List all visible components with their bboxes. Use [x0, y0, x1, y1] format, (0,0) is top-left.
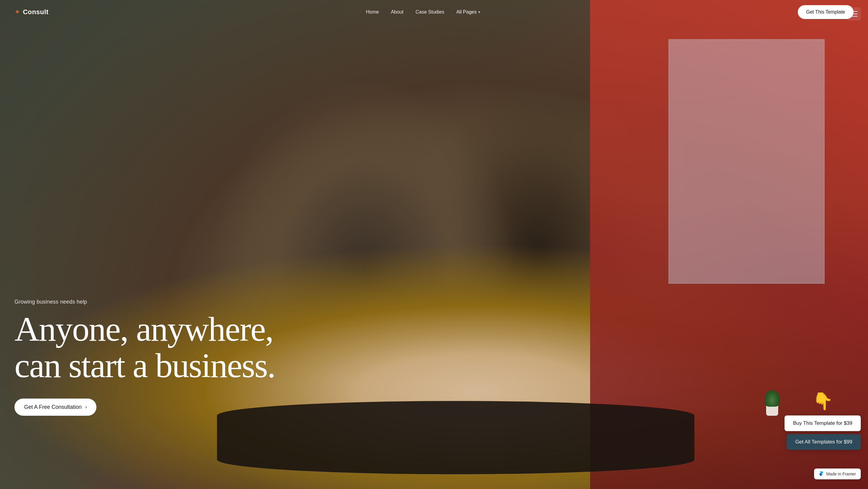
hero-plant — [763, 392, 781, 416]
hero-section: ✦ Consult Home About Case Studies All Pa… — [0, 0, 868, 489]
hero-content: Growing business needs help Anyone, anyw… — [14, 299, 275, 416]
free-consultation-button[interactable]: Get A Free Consultation › — [14, 399, 96, 416]
hamburger-line-1 — [851, 11, 858, 12]
hamburger-line-3 — [851, 16, 858, 17]
arrow-right-icon: › — [85, 404, 87, 410]
logo[interactable]: ✦ Consult — [14, 8, 49, 16]
nav-all-pages[interactable]: All Pages ▾ — [456, 9, 480, 15]
framer-icon — [819, 471, 824, 476]
buy-template-button[interactable]: Buy This Template for $39 — [784, 416, 861, 431]
get-template-button[interactable]: Get This Template — [798, 5, 854, 19]
nav-about[interactable]: About — [391, 9, 404, 14]
chevron-down-icon: ▾ — [478, 10, 480, 14]
framer-badge[interactable]: Made in Framer — [814, 468, 861, 479]
hamburger-menu[interactable] — [847, 7, 861, 21]
hero-table — [217, 401, 694, 474]
hero-tagline: Growing business needs help — [14, 299, 275, 305]
all-templates-button[interactable]: Get All Templates for $99 — [786, 434, 861, 450]
hero-window — [669, 39, 825, 284]
framer-label: Made in Framer — [826, 471, 856, 476]
nav-links: Home About Case Studies All Pages ▾ — [366, 9, 480, 15]
hero-headline: Anyone, anywhere, can start a business. — [14, 311, 275, 384]
logo-text: Consult — [23, 8, 49, 16]
nav-home[interactable]: Home — [366, 9, 379, 14]
logo-star-icon: ✦ — [14, 8, 20, 16]
hand-pointer-icon: 👇 — [812, 391, 833, 411]
nav-case-studies[interactable]: Case Studies — [415, 9, 444, 14]
navbar: ✦ Consult Home About Case Studies All Pa… — [0, 0, 868, 24]
purchase-panel: 👇 Buy This Template for $39 Get All Temp… — [784, 391, 861, 450]
hamburger-line-2 — [851, 13, 858, 14]
